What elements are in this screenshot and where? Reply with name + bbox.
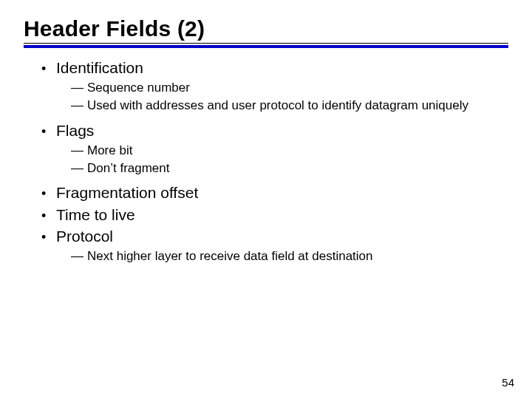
bullet-dot-icon: • bbox=[41, 125, 56, 138]
dash-icon: — bbox=[71, 143, 87, 158]
bullet-dot-icon: • bbox=[41, 209, 56, 222]
bullet-dot-icon: • bbox=[41, 62, 56, 75]
sub-text: Used with addresses and user protocol to… bbox=[87, 98, 468, 114]
bullet-dot-icon: • bbox=[41, 187, 56, 200]
bullet-text: Protocol bbox=[56, 227, 113, 245]
bullet-text: Time to live bbox=[56, 205, 135, 224]
dash-icon: — bbox=[71, 248, 87, 264]
dash-icon: — bbox=[71, 98, 87, 113]
bullet-text: Flags bbox=[56, 121, 94, 140]
bullet-item: • Identification bbox=[41, 58, 508, 77]
sub-list: — Next higher layer to receive data fiel… bbox=[71, 248, 508, 265]
sub-item: — Used with addresses and user protocol … bbox=[71, 98, 492, 114]
sub-text: More bit bbox=[87, 143, 132, 159]
bullet-item: • Fragmentation offset bbox=[41, 183, 508, 202]
sub-item: — Sequence number bbox=[71, 80, 492, 96]
bullet-dot-icon: • bbox=[41, 231, 56, 244]
slide: Header Fields (2) • Identification — Seq… bbox=[0, 0, 532, 399]
sub-text: Sequence number bbox=[87, 80, 190, 96]
title-underline-accent bbox=[24, 45, 508, 48]
slide-content: • Identification — Sequence number — Use… bbox=[27, 58, 508, 265]
bullet-item: • Time to live bbox=[41, 205, 508, 224]
sub-text: Next higher layer to receive data field … bbox=[87, 248, 373, 265]
bullet-item: • Protocol bbox=[41, 227, 508, 245]
bullet-text: Fragmentation offset bbox=[56, 183, 198, 202]
sub-item: — Don’t fragment bbox=[71, 160, 492, 177]
bullet-item: • Flags bbox=[41, 121, 508, 140]
sub-item: — More bit bbox=[71, 143, 492, 159]
dash-icon: — bbox=[71, 80, 87, 95]
bullet-text: Identification bbox=[56, 58, 143, 77]
title-underline-thin bbox=[24, 43, 508, 44]
dash-icon: — bbox=[71, 160, 87, 176]
sub-item: — Next higher layer to receive data fiel… bbox=[71, 248, 492, 265]
slide-title: Header Fields (2) bbox=[24, 16, 508, 41]
sub-list: — Sequence number — Used with addresses … bbox=[71, 80, 508, 114]
page-number: 54 bbox=[502, 376, 514, 389]
sub-text: Don’t fragment bbox=[87, 160, 170, 177]
sub-list: — More bit — Don’t fragment bbox=[71, 143, 508, 177]
